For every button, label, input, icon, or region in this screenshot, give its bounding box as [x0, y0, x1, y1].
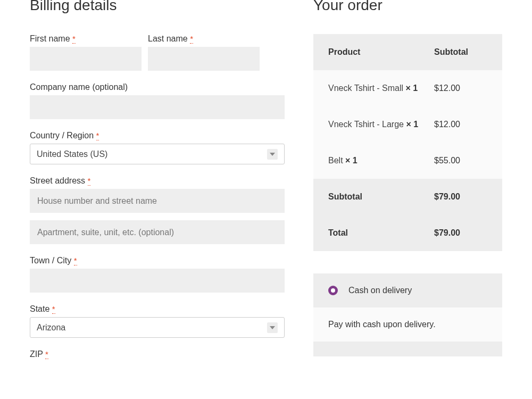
chevron-down-icon [267, 149, 278, 160]
last-name-label: Last name * [148, 34, 260, 44]
state-value: Arizona [37, 323, 65, 332]
street1-field[interactable] [30, 189, 285, 213]
state-select[interactable]: Arizona [30, 317, 285, 338]
first-name-label: First name * [30, 34, 142, 44]
order-subtotal-row: Subtotal $79.00 [313, 179, 502, 215]
street2-field[interactable] [30, 220, 285, 244]
payment-description: Pay with cash upon delivery. [313, 307, 502, 342]
zip-label: ZIP * [30, 350, 285, 359]
order-item-row: Belt × 1 $55.00 [313, 143, 502, 179]
company-label: Company name (optional) [30, 82, 285, 92]
payment-section: Cash on delivery Pay with cash upon deli… [313, 273, 502, 356]
payment-option-label: Cash on delivery [348, 286, 412, 295]
billing-heading: Billing details [30, 0, 285, 14]
city-field[interactable] [30, 269, 285, 293]
city-label: Town / City * [30, 256, 285, 265]
order-table: Product Subtotal Vneck Tshirt - Small × … [313, 34, 502, 251]
order-item-row: Vneck Tshirt - Large × 1 $12.00 [313, 106, 502, 143]
order-heading: Your order [313, 0, 502, 14]
country-label: Country / Region * [30, 131, 285, 140]
street-label: Street address * [30, 176, 285, 186]
payment-option[interactable]: Cash on delivery [313, 273, 502, 307]
first-name-field[interactable] [30, 47, 142, 71]
company-field[interactable] [30, 95, 285, 119]
radio-selected-icon [328, 286, 338, 295]
header-subtotal: Subtotal [434, 47, 487, 57]
order-total-row: Total $79.00 [313, 215, 502, 251]
chevron-down-icon [267, 322, 278, 333]
payment-footer [313, 342, 502, 356]
country-select[interactable]: United States (US) [30, 144, 285, 164]
order-item-row: Vneck Tshirt - Small × 1 $12.00 [313, 70, 502, 106]
order-header-row: Product Subtotal [313, 34, 502, 70]
last-name-field[interactable] [148, 47, 260, 71]
country-value: United States (US) [37, 149, 107, 159]
state-label: State * [30, 304, 285, 314]
header-product: Product [328, 47, 434, 57]
